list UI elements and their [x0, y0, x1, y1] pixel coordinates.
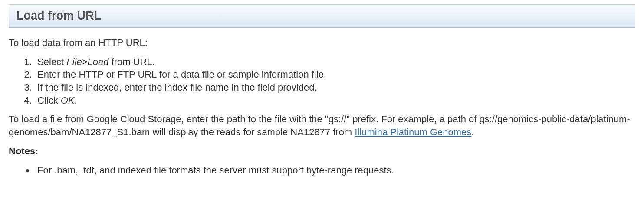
step-text-italic: File>Load [66, 56, 108, 67]
note-item: For .bam, .tdf, and indexed file formats… [35, 164, 635, 177]
step-text-prefix: Click [37, 95, 61, 106]
gcs-paragraph: To load a file from Google Cloud Storage… [9, 113, 635, 138]
document-container: Load from URL To load data from an HTTP … [0, 4, 644, 189]
step-text-prefix: Select [37, 56, 66, 67]
steps-list: Select File>Load from URL. Enter the HTT… [9, 56, 635, 107]
step-item: Click OK. [35, 94, 635, 107]
notes-list: For .bam, .tdf, and indexed file formats… [9, 164, 635, 177]
step-item: Enter the HTTP or FTP URL for a data fil… [35, 68, 635, 81]
step-text-italic: OK [61, 95, 75, 106]
intro-paragraph: To load data from an HTTP URL: [9, 36, 635, 49]
step-item: If the file is indexed, enter the index … [35, 81, 635, 94]
step-text-suffix: from URL. [109, 56, 155, 67]
step-text-prefix: If the file is indexed, enter the index … [37, 82, 317, 93]
step-text-suffix: . [75, 95, 77, 106]
step-item: Select File>Load from URL. [35, 56, 635, 69]
gcs-paragraph-prefix: To load a file from Google Cloud Storage… [9, 114, 630, 137]
section-title: Load from URL [16, 9, 628, 23]
illumina-link[interactable]: Illumina Platinum Genomes [355, 127, 471, 137]
step-text-prefix: Enter the HTTP or FTP URL for a data fil… [37, 69, 326, 80]
gcs-paragraph-suffix: . [471, 127, 474, 137]
section-header: Load from URL [9, 4, 635, 28]
notes-heading: Notes: [9, 145, 635, 158]
